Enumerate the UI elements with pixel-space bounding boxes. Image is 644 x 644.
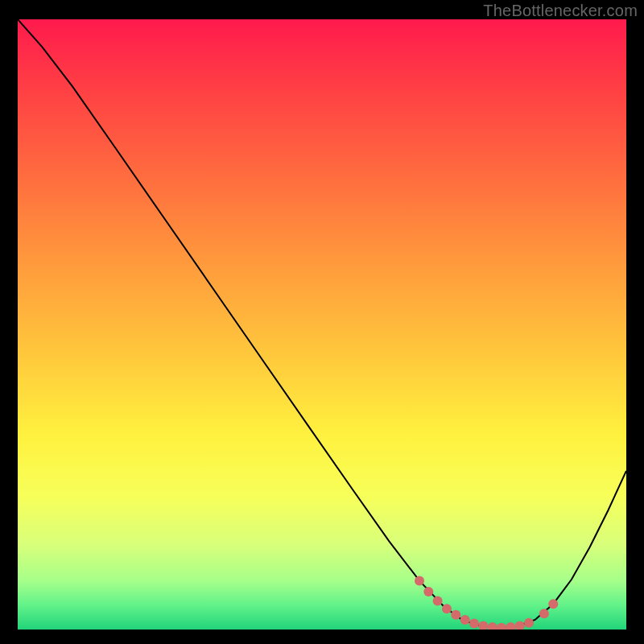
optimal-dot xyxy=(524,618,534,628)
optimal-dot xyxy=(433,596,443,605)
optimal-dot xyxy=(469,618,479,628)
optimal-dot xyxy=(460,615,470,625)
chart-stage: TheBottlenecker.com xyxy=(0,0,644,644)
optimal-dot xyxy=(415,576,424,585)
plot-area xyxy=(18,19,626,630)
optimal-dot xyxy=(451,610,460,620)
optimal-dot xyxy=(539,609,549,618)
optimal-dot xyxy=(548,599,558,609)
optimal-dot xyxy=(423,587,433,597)
optimal-dot xyxy=(442,604,452,613)
gradient-background xyxy=(18,19,626,630)
bottleneck-chart xyxy=(18,19,626,630)
watermark-text: TheBottlenecker.com xyxy=(483,2,638,20)
